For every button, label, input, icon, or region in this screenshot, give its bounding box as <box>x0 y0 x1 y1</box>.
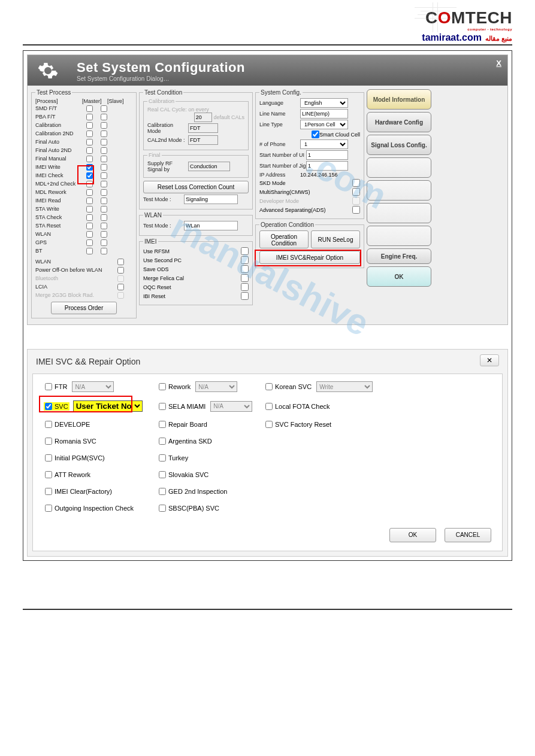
opt-check[interactable] <box>45 454 52 462</box>
run-seelog-button[interactable]: RUN SeeLog <box>311 230 360 248</box>
opt-check[interactable] <box>159 438 166 445</box>
imei-opt-check[interactable] <box>241 292 249 300</box>
num-phone-select[interactable]: 1 <box>300 139 348 149</box>
language-select[interactable]: English <box>300 98 348 108</box>
tp-slave-check[interactable] <box>101 189 107 196</box>
cal2nd-mode-select[interactable] <box>188 135 218 145</box>
tp-extra-check[interactable] <box>117 259 124 265</box>
tp-slave-check[interactable] <box>101 248 107 254</box>
opt-check[interactable] <box>265 421 273 428</box>
tp-master-check[interactable] <box>86 114 93 120</box>
tp-slave-check[interactable] <box>101 181 107 187</box>
start-jig-input[interactable] <box>306 161 348 171</box>
opt-check[interactable] <box>45 471 52 478</box>
tp-slave-check[interactable] <box>101 139 107 145</box>
tp-slave-check[interactable] <box>101 164 107 171</box>
tp-master-check[interactable] <box>86 214 93 221</box>
opt-check[interactable] <box>159 505 166 512</box>
supply-rf-select[interactable] <box>188 162 230 171</box>
imei-opt-check[interactable] <box>241 256 249 264</box>
tp-slave-check[interactable] <box>101 198 107 204</box>
tp-master-check[interactable] <box>86 198 93 204</box>
operation-condition-button[interactable]: Operation Condition <box>259 230 309 248</box>
opt-check[interactable] <box>159 383 166 390</box>
signal-loss-button[interactable]: Signal Loss Config. <box>367 135 431 155</box>
dialog2-cancel-button[interactable]: CANCEL <box>445 528 491 542</box>
tp-master-check[interactable] <box>86 105 93 112</box>
engine-freq-button[interactable]: Engine Freq. <box>367 248 431 264</box>
tp-master-check[interactable] <box>86 189 93 196</box>
tp-slave-check[interactable] <box>101 156 107 162</box>
imei-opt-check[interactable] <box>241 265 249 273</box>
model-info-button[interactable]: Model Information <box>367 89 431 110</box>
tp-slave-check[interactable] <box>101 130 107 137</box>
imei-opt-check[interactable] <box>241 247 249 255</box>
tp-master-check[interactable] <box>86 164 93 171</box>
skd-mode-check[interactable] <box>352 179 360 187</box>
smart-cloud-cell-check[interactable] <box>312 130 319 138</box>
opt-check[interactable] <box>45 488 52 495</box>
opt-check[interactable] <box>265 403 273 410</box>
tp-extra-check[interactable] <box>117 284 124 290</box>
tp-slave-check[interactable] <box>101 231 107 238</box>
opt-check[interactable] <box>159 421 166 428</box>
process-order-button[interactable]: Process Order <box>51 302 117 314</box>
opt-select[interactable]: N/A <box>195 381 237 392</box>
opt-select[interactable]: N/A <box>72 381 114 392</box>
tp-master-check[interactable] <box>86 139 93 145</box>
tp-slave-check[interactable] <box>101 172 107 179</box>
tp-master-check[interactable] <box>86 156 93 162</box>
opt-select[interactable]: Write <box>316 381 373 392</box>
tp-slave-check[interactable] <box>101 122 107 129</box>
line-type-select[interactable]: 1Person Cell <box>300 120 348 129</box>
imei-opt-check[interactable] <box>241 283 249 291</box>
ok-button[interactable]: OK <box>367 266 431 287</box>
opt-check[interactable] <box>265 383 273 390</box>
site-link[interactable]: tamiraat.com <box>422 32 482 43</box>
opt-check[interactable] <box>159 403 166 410</box>
opt-select[interactable]: User Ticket No <box>73 400 143 412</box>
opt-select[interactable]: N/A <box>210 401 252 412</box>
multisharing-check[interactable] <box>352 188 360 196</box>
imei-svc-repair-button[interactable]: IMEI SVC&Repair Option <box>259 251 360 264</box>
opt-check[interactable] <box>45 421 52 428</box>
opt-check[interactable] <box>45 403 52 410</box>
real-cal-value[interactable] <box>194 113 212 122</box>
tp-slave-check[interactable] <box>101 105 107 112</box>
tp-slave-check[interactable] <box>101 223 107 229</box>
tp-master-check[interactable] <box>86 206 93 212</box>
hardware-config-button[interactable]: Hardware Config <box>367 112 431 132</box>
ads-check[interactable] <box>352 206 360 214</box>
tp-master-check[interactable] <box>86 231 93 238</box>
tp-master-check[interactable] <box>86 248 93 254</box>
tp-slave-check[interactable] <box>101 147 107 154</box>
tp-master-check[interactable] <box>86 223 93 229</box>
opt-check[interactable] <box>45 505 52 512</box>
opt-check[interactable] <box>159 471 166 478</box>
test-mode-select[interactable] <box>184 195 238 204</box>
dialog2-close-button[interactable]: ✕ <box>480 354 499 366</box>
opt-check[interactable] <box>159 488 166 495</box>
tp-slave-check[interactable] <box>101 114 107 120</box>
calibration-mode-select[interactable] <box>188 123 218 133</box>
imei-opt-check[interactable] <box>241 274 249 282</box>
opt-check[interactable] <box>45 383 52 390</box>
start-ui-input[interactable] <box>306 150 348 160</box>
tp-slave-check[interactable] <box>101 214 107 221</box>
tp-master-check[interactable] <box>86 172 93 179</box>
line-name-input[interactable] <box>300 109 348 119</box>
tp-master-check[interactable] <box>86 181 93 187</box>
wlan-test-mode-select[interactable] <box>184 221 238 230</box>
tp-extra-check[interactable] <box>117 267 124 274</box>
tp-slave-check[interactable] <box>101 206 107 212</box>
tp-master-check[interactable] <box>86 122 93 129</box>
tp-slave-check[interactable] <box>101 239 107 246</box>
opt-check[interactable] <box>45 438 52 445</box>
tp-master-check[interactable] <box>86 130 93 137</box>
dialog2-ok-button[interactable]: OK <box>389 528 436 542</box>
opt-check[interactable] <box>159 454 166 462</box>
reset-loss-button[interactable]: Reset Loss Correction Count <box>143 181 249 193</box>
close-button[interactable]: X <box>496 59 501 68</box>
tp-master-check[interactable] <box>86 239 93 246</box>
tp-master-check[interactable] <box>86 147 93 154</box>
